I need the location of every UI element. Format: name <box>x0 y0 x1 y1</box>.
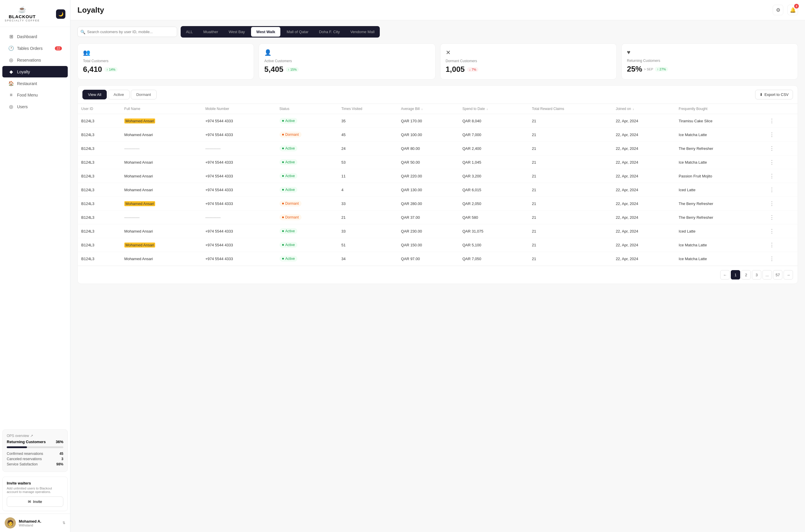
view-tabs: View All Active Dormant <box>82 90 157 99</box>
pagination-next[interactable]: → <box>784 270 793 280</box>
search-input[interactable] <box>77 27 177 37</box>
row-more-button[interactable]: ⋮ <box>767 200 776 207</box>
location-tab-vendome-mall[interactable]: Vendome Mall <box>345 26 380 38</box>
status-badge: Active <box>280 159 298 165</box>
cell-full-name: Mohamed Ansari <box>121 169 202 183</box>
cell-full-name: ———— <box>121 211 202 224</box>
sidebar-item-label: Tables Orders <box>17 46 42 51</box>
status-dot <box>282 230 284 232</box>
customer-name: Mohamed Ansari <box>124 188 153 192</box>
col-average-bill: Average Bill ↓ <box>397 104 459 114</box>
cell-joined-on: 22, Apr, 2024 <box>612 155 675 169</box>
cell-reward-claims: 21 <box>529 169 612 183</box>
cell-spend-to-date: QAR 2,050 <box>459 197 529 211</box>
customer-mobile: +974 5544 4333 <box>205 119 233 123</box>
cell-spend-to-date: QAR 7,050 <box>459 252 529 266</box>
cell-full-name: Mohamed Ansari <box>121 252 202 266</box>
export-csv-button[interactable]: ⬇ Export to CSV <box>755 90 793 99</box>
view-tab-dormant[interactable]: Dormant <box>131 90 157 99</box>
settings-button[interactable]: ⚙ <box>773 5 783 15</box>
cell-frequently-bought: The Berry Refresher <box>675 141 764 155</box>
cell-times-visited: 35 <box>338 114 397 128</box>
status-badge: Active <box>280 173 298 179</box>
cell-status: Active <box>276 238 338 252</box>
cell-mobile: ———— <box>202 141 276 155</box>
cell-full-name: Mohamed Ansari <box>121 238 202 252</box>
cell-frequently-bought: Tiramisu Cake Slice <box>675 114 764 128</box>
sidebar-item-label: Users <box>17 104 28 109</box>
status-badge: Active <box>280 187 298 193</box>
cell-joined-on: 22, Apr, 2024 <box>612 224 675 238</box>
sidebar-item-dashboard[interactable]: ⊞ Dashboard <box>2 31 68 42</box>
customer-name: Mohamed Ansari <box>124 160 153 165</box>
pagination-page-2[interactable]: 2 <box>741 270 751 280</box>
sidebar-item-tables-orders[interactable]: 🕐 Tables Orders 22 <box>2 42 68 54</box>
cell-reward-claims: 21 <box>529 238 612 252</box>
pagination-page-3[interactable]: 3 <box>752 270 761 280</box>
cell-full-name: Mohamed Ansari <box>121 197 202 211</box>
cell-frequently-bought: Iced Latte <box>675 224 764 238</box>
sidebar-item-food-menu[interactable]: ≡ Food Menu <box>2 90 68 100</box>
table-row: B124L3 Mohamed Ansari +974 5544 4333 Act… <box>78 155 798 169</box>
sidebar-user[interactable]: 🧑 Mohamed A. Withstand ⇅ <box>0 514 70 532</box>
table-header: User ID Full Name Mobile Number Status T… <box>78 104 798 114</box>
view-tab-active[interactable]: Active <box>108 90 129 99</box>
location-tab-all[interactable]: ALL <box>181 26 198 38</box>
status-dot <box>282 134 284 135</box>
cell-joined-on: 22, Apr, 2024 <box>612 128 675 141</box>
cell-user-id: B124L3 <box>78 183 121 197</box>
row-more-button[interactable]: ⋮ <box>767 213 776 221</box>
row-more-button[interactable]: ⋮ <box>767 172 776 180</box>
sidebar-item-reservations[interactable]: ◎ Reservations <box>2 54 68 66</box>
dark-mode-toggle[interactable]: 🌙 <box>56 10 65 19</box>
row-more-button[interactable]: ⋮ <box>767 158 776 166</box>
row-more-button[interactable]: ⋮ <box>767 131 776 138</box>
customer-name: Mohamed Ansari <box>124 174 153 178</box>
view-tab-all[interactable]: View All <box>82 90 107 99</box>
location-tab-west-bay[interactable]: West Bay <box>224 26 250 38</box>
pagination-page-57[interactable]: 57 <box>773 270 782 280</box>
cell-user-id: B124L3 <box>78 224 121 238</box>
cell-user-id: B124L3 <box>78 252 121 266</box>
row-more-button[interactable]: ⋮ <box>767 255 776 263</box>
table-row: B124L3 Mohamed Ansari +974 5544 4333 Act… <box>78 252 798 266</box>
ops-returning-row: Returning Customers 36% <box>7 440 63 444</box>
location-tab-muaither[interactable]: Muaither <box>198 26 224 38</box>
notifications-button[interactable]: 🔔 2 <box>787 5 798 15</box>
pagination-prev[interactable]: ← <box>720 270 730 280</box>
food-menu-icon: ≡ <box>8 92 14 98</box>
cell-avg-bill: QAR 80.00 <box>397 141 459 155</box>
cell-full-name: Mohamed Ansari <box>121 128 202 141</box>
sidebar-item-label: Restaurant <box>17 81 37 86</box>
cell-mobile: +974 5544 4333 <box>202 224 276 238</box>
cell-frequently-bought: The Berry Refresher <box>675 211 764 224</box>
row-more-button[interactable]: ⋮ <box>767 117 776 125</box>
users-icon: ◎ <box>8 104 14 109</box>
total-customers-value: 6,410 ↑ 14% <box>83 65 248 74</box>
sidebar-item-restaurant[interactable]: 🏠 Restaurant <box>2 78 68 89</box>
row-more-button[interactable]: ⋮ <box>767 145 776 152</box>
logo-cup-icon: ☕ <box>5 6 40 14</box>
dashboard-icon: ⊞ <box>8 34 14 39</box>
sidebar-item-users[interactable]: ◎ Users <box>2 101 68 112</box>
total-customers-trend: ↑ 14% <box>104 67 118 72</box>
status-dot <box>282 203 284 204</box>
row-more-button[interactable]: ⋮ <box>767 241 776 249</box>
cell-frequently-bought: Ice Matcha Latte <box>675 238 764 252</box>
cell-status: Dormant <box>276 197 338 211</box>
row-more-button[interactable]: ⋮ <box>767 186 776 193</box>
invite-title: Invite waiters <box>7 481 63 486</box>
row-more-button[interactable]: ⋮ <box>767 227 776 235</box>
invite-button[interactable]: ✉ Invite <box>7 496 63 507</box>
location-tab-doha-f-city[interactable]: Doha F. City <box>314 26 345 38</box>
cell-reward-claims: 21 <box>529 141 612 155</box>
pagination-page-1[interactable]: 1 <box>731 270 740 280</box>
ops-progress-bar-fill <box>7 446 27 448</box>
cell-joined-on: 22, Apr, 2024 <box>612 238 675 252</box>
location-tab-west-walk[interactable]: West Walk <box>251 27 280 37</box>
customer-mobile: +974 5544 4333 <box>205 256 233 261</box>
ops-stat-label: Canceled reservations <box>7 457 42 461</box>
location-tab-mall-of-qatar[interactable]: Mall of Qatar <box>281 26 313 38</box>
sidebar-item-loyalty[interactable]: ◆ Loyalty <box>2 66 68 77</box>
user-role: Withstand <box>19 524 59 527</box>
